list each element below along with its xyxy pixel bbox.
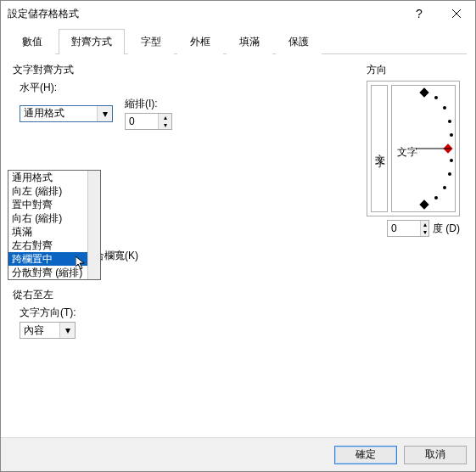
dial-dot-icon (450, 159, 453, 162)
ok-button[interactable]: 確定 (334, 446, 397, 464)
dropdown-scrollbar[interactable] (87, 171, 100, 279)
dial-marker-icon (419, 87, 428, 97)
option-right[interactable]: 向右 (縮排) (8, 211, 100, 225)
help-button[interactable]: ? (400, 1, 438, 26)
option-fill[interactable]: 填滿 (8, 225, 100, 239)
close-icon (452, 9, 461, 18)
dial-dot-icon (443, 186, 446, 189)
orientation-dial[interactable]: 文字 (391, 85, 456, 212)
option-justify[interactable]: 左右對齊 (8, 239, 100, 252)
orientation-frame: 文字 文字 (367, 81, 460, 216)
option-distributed[interactable]: 分散對齊 (縮排) (8, 266, 100, 279)
indent-label: 縮排(I): (125, 97, 172, 111)
dial-dot-icon (450, 133, 453, 137)
degree-label: 度 (D) (433, 222, 460, 236)
tab-border[interactable]: 外框 (177, 29, 223, 54)
tab-alignment[interactable]: 對齊方式 (59, 29, 125, 54)
dial-line-icon (416, 148, 451, 149)
text-direction-dropdown[interactable]: 內容 ▾ (20, 322, 76, 339)
spin-up-icon[interactable]: ▴ (159, 114, 171, 121)
text-direction-value: 內容 (20, 323, 59, 338)
horizontal-dropdown-list[interactable]: 通用格式 向左 (縮排) 置中對齊 向右 (縮排) 填滿 左右對齊 跨欄置中 分… (8, 170, 101, 280)
window-title: 設定儲存格格式 (8, 7, 400, 21)
dial-marker-icon (419, 199, 428, 209)
option-center-across[interactable]: 跨欄置中 (8, 252, 100, 266)
close-button[interactable] (438, 1, 475, 26)
option-left[interactable]: 向左 (縮排) (8, 184, 100, 198)
degree-spinner[interactable]: ▴ ▾ (387, 220, 429, 237)
spin-down-icon[interactable]: ▾ (421, 228, 428, 236)
spin-up-icon[interactable]: ▴ (421, 221, 428, 228)
text-direction-label: 文字方向(T): (20, 306, 463, 320)
dial-dot-icon (443, 106, 446, 110)
chevron-down-icon: ▾ (59, 323, 75, 338)
titlebar: 設定儲存格格式 ? (1, 1, 475, 26)
degree-input[interactable] (388, 222, 420, 234)
chevron-down-icon: ▾ (97, 106, 112, 121)
indent-spinner[interactable]: ▴ ▾ (125, 113, 172, 130)
tab-protection[interactable]: 保護 (276, 29, 322, 54)
cancel-button[interactable]: 取消 (404, 446, 467, 464)
rtl-group: 從右至左 (13, 288, 463, 302)
tab-number[interactable]: 數值 (9, 29, 55, 54)
content-area: 文字對齊方式 水平(H): 通用格式 ▾ 縮排(I): ▴ ▾ 通用格式 向左 … (1, 54, 475, 447)
option-general[interactable]: 通用格式 (8, 171, 100, 184)
footer: 確定 取消 (1, 437, 475, 471)
dial-dot-icon (434, 196, 438, 199)
dial-dot-icon (434, 96, 438, 99)
orientation-label: 方向 (367, 63, 460, 77)
dial-dot-icon (448, 120, 451, 123)
spin-down-icon[interactable]: ▾ (159, 121, 171, 129)
horizontal-dropdown[interactable]: 通用格式 ▾ (20, 105, 113, 122)
option-center[interactable]: 置中對齊 (8, 198, 100, 211)
vertical-text-button[interactable]: 文字 (371, 85, 388, 212)
orientation-text: 文字 (397, 145, 417, 160)
tab-font[interactable]: 字型 (128, 29, 174, 54)
horizontal-value: 通用格式 (20, 106, 97, 121)
tab-fill[interactable]: 填滿 (227, 29, 272, 54)
tab-bar: 數值 對齊方式 字型 外框 填滿 保護 (9, 28, 467, 54)
dial-dot-icon (448, 172, 451, 176)
indent-input[interactable] (126, 115, 158, 127)
orientation-group: 方向 文字 文字 ▴ (367, 63, 460, 237)
